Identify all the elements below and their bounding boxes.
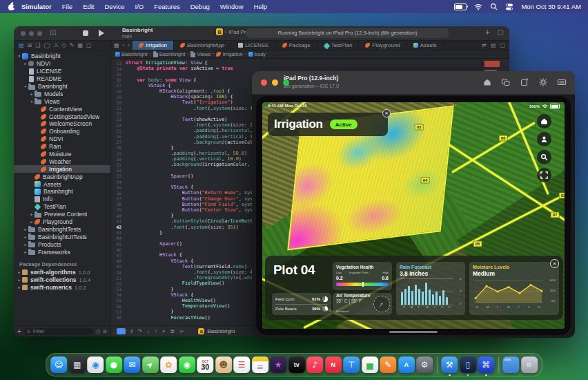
sidebar-item-weather[interactable]: Weather xyxy=(14,158,110,165)
run-button[interactable] xyxy=(99,30,104,37)
close-header-icon[interactable]: ✕ xyxy=(382,109,391,117)
breadcrumb-body[interactable]: body xyxy=(248,51,266,57)
search-button[interactable] xyxy=(537,150,551,164)
home-button[interactable] xyxy=(537,114,551,129)
package-swift-numerics[interactable]: ▸swift-numerics1.0.2 xyxy=(14,284,110,292)
dock-finder[interactable]: ☺ xyxy=(50,357,67,373)
vegetation-health-widget[interactable]: Vegetation Health Low Irrigation Point H… xyxy=(333,262,392,290)
close-dashboard-icon[interactable]: ✕ xyxy=(550,259,559,268)
menu-window[interactable]: Window xyxy=(220,3,244,10)
field-tag-02[interactable]: 02 xyxy=(559,193,565,199)
tab-assets[interactable]: Assets xyxy=(407,41,444,50)
disclosure-icon[interactable]: ▸ xyxy=(29,92,35,96)
dock-mail[interactable]: ✉ xyxy=(124,357,140,373)
menu-edit[interactable]: Edit xyxy=(83,3,94,10)
sidebar-item-basinbrighttests[interactable]: ▸BasinbrightTests xyxy=(14,225,110,233)
active-status-badge[interactable]: Active xyxy=(330,120,357,129)
close-window-button[interactable] xyxy=(261,79,267,86)
dock-news[interactable]: N xyxy=(325,357,342,373)
close-window-button[interactable] xyxy=(21,31,26,36)
disclosure-icon[interactable]: ▸ xyxy=(23,227,28,231)
keyboard-icon[interactable] xyxy=(557,77,567,87)
breakpoints-icon[interactable]: ▦ xyxy=(77,42,83,48)
disclosure-icon[interactable]: ▸ xyxy=(23,243,28,247)
project-icon[interactable]: ▤ xyxy=(19,42,24,48)
tab-basinbrightapp[interactable]: BasinbrightApp xyxy=(174,41,231,50)
search-icon[interactable] xyxy=(490,3,498,10)
dock-developer-app[interactable]: ⌘ xyxy=(478,357,494,373)
code-review-icon[interactable]: ⇄ xyxy=(482,42,487,48)
debug-icon[interactable]: ✎ xyxy=(70,42,75,48)
disclosure-icon[interactable]: ▾ xyxy=(17,54,22,58)
dock-trash[interactable]: ⌗ xyxy=(521,357,538,373)
menu-clock[interactable]: Mon Oct 30 9:41 AM xyxy=(521,3,581,10)
breadcrumb-irrigation[interactable]: Irrigation xyxy=(216,51,242,57)
tab-irrigation[interactable]: Irrigation xyxy=(133,41,174,50)
bookmarks-icon[interactable]: ❏ xyxy=(35,42,40,48)
moisture-levels-widget[interactable]: Moisture Levels Medium 60%30%0% SMTWTFS xyxy=(469,262,559,315)
sidebar-item-models[interactable]: ▸Models xyxy=(14,90,110,97)
zoom-window-button[interactable] xyxy=(37,31,42,36)
adjust-editor-icon[interactable]: ▤ xyxy=(491,42,496,48)
tests-icon[interactable]: ◇ xyxy=(62,42,66,48)
minimize-window-button[interactable] xyxy=(272,79,278,86)
sidebar-item-moisture[interactable]: Moisture xyxy=(14,151,110,158)
step-over-icon[interactable]: ↷ xyxy=(137,328,142,334)
package-swift-collections[interactable]: ▸swift-collections1.0.4 xyxy=(14,276,110,284)
dock-maps[interactable]: ➤ xyxy=(142,357,159,373)
dock-photos[interactable]: ✿ xyxy=(160,357,177,373)
sidebar-item-irrigation[interactable]: Irrigation xyxy=(14,165,110,173)
dock-keynote[interactable]: ⊤ xyxy=(343,357,360,373)
issues-icon[interactable]: ⚠ xyxy=(53,42,58,48)
field-tag-03[interactable]: 03 xyxy=(415,124,424,131)
dock-apple-tv[interactable]: tv xyxy=(288,357,305,373)
sidebar-item-ndvi[interactable]: NDVI xyxy=(14,135,110,143)
running-process[interactable]: B Basinbright xyxy=(198,328,235,334)
breadcrumb-basinbright[interactable]: Basinbright xyxy=(153,51,186,57)
simulate-location-icon[interactable]: ⌲ xyxy=(179,328,184,335)
crops-widget[interactable]: Field Corn61%Pole Beans39% xyxy=(272,293,331,315)
user-button[interactable] xyxy=(537,132,551,146)
add-editor-icon[interactable]: ▢ xyxy=(500,42,505,48)
dock-calendar[interactable]: OCT30 xyxy=(197,357,213,373)
add-file-icon[interactable]: + xyxy=(17,328,21,335)
field-tag-06[interactable]: 06 xyxy=(499,135,508,142)
menu-simulator[interactable]: Simulator xyxy=(21,3,52,10)
sidebar-item-license[interactable]: LICENSE xyxy=(14,68,110,75)
field-tag-04[interactable]: 04 xyxy=(421,178,430,184)
dock-contacts[interactable]: ☻ xyxy=(215,357,232,373)
menu-file[interactable]: File xyxy=(62,3,72,10)
dock-notes[interactable]: ≡ xyxy=(252,357,268,373)
pause-execution-icon[interactable]: ‖ xyxy=(130,328,133,334)
package-swift-algorithms[interactable]: ▸swift-algorithms1.0.0 xyxy=(14,269,110,276)
sidebar-item-testplan[interactable]: TestPlan xyxy=(14,203,110,211)
apple-menu-icon[interactable] xyxy=(8,3,14,10)
sidebar-item-rain[interactable]: Rain xyxy=(14,143,110,151)
sidebar-item-playground[interactable]: ▸Playground xyxy=(14,218,110,226)
wifi-icon[interactable] xyxy=(474,3,482,11)
minimize-window-button[interactable] xyxy=(29,31,34,36)
disclosure-icon[interactable]: ▾ xyxy=(23,84,28,88)
dock-numbers[interactable]: ▅ xyxy=(362,357,378,373)
disclosure-icon[interactable]: ▸ xyxy=(23,250,28,254)
rotate-icon[interactable] xyxy=(520,77,529,87)
sidebar-item-basinbright[interactable]: ▾Basinbright xyxy=(14,53,110,60)
sidebar-item-info[interactable]: Info xyxy=(14,196,110,203)
step-into-icon[interactable]: ↓ xyxy=(147,328,150,334)
sidebar-item-basinbrightapp[interactable]: BasinbrightApp xyxy=(14,173,110,180)
air-temperature-widget[interactable]: Air Temperature 35° C | 95° F Northeast … xyxy=(333,293,392,315)
sidebar-item-ndvi[interactable]: ▸NDVI xyxy=(14,60,110,68)
disclosure-icon[interactable]: ▸ xyxy=(29,212,35,216)
appearance-icon[interactable] xyxy=(538,77,548,87)
dock-simulator[interactable]: ▯ xyxy=(460,357,476,373)
sidebar-item-basinbright[interactable]: ▾Basinbright xyxy=(14,83,110,91)
dock-pages[interactable]: ✎ xyxy=(380,357,396,373)
dock-music[interactable]: ♪ xyxy=(306,357,323,373)
sidebar-item-products[interactable]: ▸Products xyxy=(14,240,110,248)
step-out-icon[interactable]: ↑ xyxy=(155,328,157,334)
dock-imovie[interactable]: ★ xyxy=(270,357,286,373)
sidebar-item-readme[interactable]: README xyxy=(14,75,110,83)
sidebar-item-views[interactable]: ▾Views xyxy=(14,97,110,105)
source-control-icon[interactable]: ⊞ xyxy=(28,42,32,48)
disclosure-icon[interactable]: ▸ xyxy=(23,235,28,239)
